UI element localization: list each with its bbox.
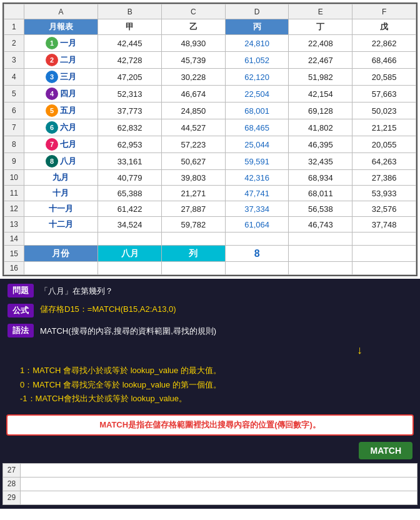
cell-d: 22,504: [225, 86, 289, 102]
row-num: 4: [4, 69, 24, 86]
cell-d: 68,001: [225, 102, 289, 119]
empty-row-28: 28: [3, 477, 418, 491]
cell-c: 24,850: [162, 102, 226, 119]
col-f-header: F: [352, 4, 416, 19]
col-c-header: C: [162, 4, 226, 19]
cell-e1: 丁: [289, 19, 352, 35]
cell-d: 61,064: [225, 217, 289, 232]
row-num: 7: [4, 119, 24, 136]
table-row: 12 十一月 61,422 27,887 37,334 56,538 32,57…: [4, 201, 416, 217]
cell-c: 50,627: [162, 153, 226, 170]
cell-b: 37,773: [98, 102, 162, 119]
cell-b: 62,832: [98, 119, 162, 136]
cell-c: 46,674: [162, 86, 226, 102]
table-row: 7 6六月 62,832 44,527 68,465 41,802 21,215: [4, 119, 416, 136]
month-label-cell: 月份: [24, 246, 98, 262]
cell-f: 37,748: [352, 217, 416, 232]
cell-a: 7七月: [24, 136, 98, 153]
cell-c: 57,223: [162, 136, 226, 153]
badge: 8: [46, 155, 58, 168]
table-row: 8 7七月 62,953 57,223 25,044 46,395 20,055: [4, 136, 416, 153]
cell-e: 69,128: [289, 102, 352, 119]
cell-c: 44,527: [162, 119, 226, 136]
empty-row-29: 29: [3, 491, 418, 504]
cell-f: 22,862: [352, 35, 416, 52]
table-row: 6 5五月 37,773 24,850 68,001 69,128 50,023: [4, 102, 416, 119]
cell-f: 50,023: [352, 102, 416, 119]
empty-row-16: 16: [4, 262, 416, 275]
row-num: 3: [4, 52, 24, 69]
cell-c: 30,228: [162, 69, 226, 86]
cell-b: 65,388: [98, 186, 162, 201]
cell-e: 22,408: [289, 35, 352, 52]
cell-d: 37,334: [225, 201, 289, 217]
explanation-section: 問題 「八月」在第幾列？ 公式 儲存格D15：=MATCH(B15,A2:A13…: [0, 279, 420, 509]
cell-f: 64,263: [352, 153, 416, 170]
cell-a: 九月: [24, 170, 98, 186]
cell-f: 20,055: [352, 136, 416, 153]
cell-d: 62,120: [225, 69, 289, 86]
cell-e: 51,982: [289, 69, 352, 86]
label-row: 1 月報表 甲 乙 丙 丁 戊: [4, 19, 416, 35]
cell-a: 3三月: [24, 69, 98, 86]
cell-f: 32,576: [352, 201, 416, 217]
cell-f: 27,386: [352, 170, 416, 186]
cell-c: 48,930: [162, 35, 226, 52]
empty-row-27: 27: [3, 463, 418, 477]
formula-row: 公式 儲存格D15：=MATCH(B15,A2:A13,0): [8, 304, 412, 320]
cell-a: 十一月: [24, 201, 98, 217]
cell-b: 42,728: [98, 52, 162, 69]
cell-c: 27,887: [162, 201, 226, 217]
table-row: 5 4四月 52,313 46,674 22,504 42,154 57,663: [4, 86, 416, 102]
cell-e: 68,934: [289, 170, 352, 186]
cell-e: 41,802: [289, 119, 352, 136]
cell-d: 68,465: [225, 119, 289, 136]
rules-section: 1：MATCH 會尋找小於或等於 lookup_value 的最大值。 0：MA…: [0, 363, 420, 411]
bottom-rows-table: 27 28 29: [2, 463, 418, 505]
cell-b: 40,779: [98, 170, 162, 186]
row-num: 8: [4, 136, 24, 153]
row-num: 9: [4, 153, 24, 170]
cell-e: 32,435: [289, 153, 352, 170]
table-row: 2 1一月 42,445 48,930 24,810 22,408 22,862: [4, 35, 416, 52]
table-row: 13 十二月 34,524 59,782 61,064 46,743 37,74…: [4, 217, 416, 232]
rule-item-2: 0：MATCH 會尋找完全等於 lookup_value 的第一個值。: [20, 379, 412, 391]
cell-d: 24,810: [225, 35, 289, 52]
cell-c: 45,739: [162, 52, 226, 69]
input-row-15: 15 月份 八月 列 8: [4, 246, 416, 262]
cell-e: 22,467: [289, 52, 352, 69]
syntax-tag: 語法: [8, 324, 34, 338]
cell-d: 25,044: [225, 136, 289, 153]
table-row: 10 九月 40,779 39,803 42,316 68,934 27,386: [4, 170, 416, 186]
cell-d: 59,591: [225, 153, 289, 170]
cell-a: 1一月: [24, 35, 98, 52]
cell-e: 46,395: [289, 136, 352, 153]
row-num-15: 15: [4, 246, 24, 262]
row-result-cell: 8: [225, 246, 289, 262]
cell-b: 47,205: [98, 69, 162, 86]
match-button[interactable]: MATCH: [359, 442, 412, 459]
cell-f: 53,933: [352, 186, 416, 201]
cell-a: 8八月: [24, 153, 98, 170]
cell-c1: 乙: [162, 19, 226, 35]
problem-tag: 問題: [8, 284, 34, 298]
cell-a: 6六月: [24, 119, 98, 136]
table-row: 11 十月 65,388 21,271 47,741 68,011 53,933: [4, 186, 416, 201]
row-num: 2: [4, 35, 24, 52]
cell-a: 5五月: [24, 102, 98, 119]
cell-a1: 月報表: [24, 19, 98, 35]
badge: 3: [46, 71, 58, 83]
col-a-header: A: [24, 4, 98, 19]
cell-d1: 丙: [225, 19, 289, 35]
highlight-box: MATCH是指在儲存格範圍裡找出搜尋內容的位置(傳回數字)。: [6, 414, 414, 436]
cell-f1: 戊: [352, 19, 416, 35]
month-value-cell[interactable]: 八月: [98, 246, 162, 262]
table-row: 3 2二月 42,728 45,739 61,052 22,467 68,466: [4, 52, 416, 69]
syntax-row: 語法 MATCH(搜尋的內容,搜尋的資料範圍,尋找的規則): [8, 324, 412, 340]
problem-row: 問題 「八月」在第幾列？: [8, 284, 412, 300]
match-button-row: MATCH: [0, 439, 420, 463]
cell-b: 34,524: [98, 217, 162, 232]
cell-b1: 甲: [98, 19, 162, 35]
row-num: 12: [4, 201, 24, 217]
corner-cell: [4, 4, 24, 19]
